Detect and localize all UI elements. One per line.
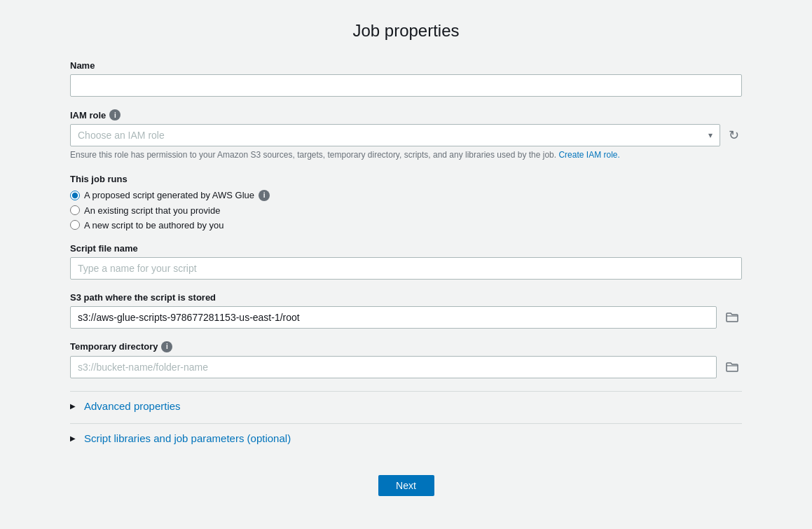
iam-role-select[interactable]: Choose an IAM role	[70, 124, 720, 146]
radio-new-script-label[interactable]: A new script to be authored by you	[84, 220, 223, 231]
advanced-properties-title: Advanced properties	[84, 400, 181, 412]
radio-option-new-script: A new script to be authored by you	[70, 220, 742, 231]
script-libraries-title: Script libraries and job parameters (opt…	[84, 432, 291, 444]
iam-role-select-wrapper: Choose an IAM role ▾ ↻	[70, 124, 742, 146]
radio-existing-script[interactable]	[70, 205, 80, 215]
temporary-directory-info-icon[interactable]: i	[161, 341, 172, 352]
temporary-directory-label: Temporary directory i	[70, 341, 742, 352]
script-libraries-toggle[interactable]: ▶ Script libraries and job parameters (o…	[70, 423, 742, 453]
this-job-runs-label: This job runs	[70, 174, 742, 184]
radio-existing-script-label[interactable]: An existing script that you provide	[84, 205, 220, 216]
next-button-container: Next	[70, 475, 742, 496]
s3-path-browse-button[interactable]	[722, 308, 742, 327]
advanced-properties-section: ▶ Advanced properties	[70, 391, 742, 420]
script-file-name-group: Script file name	[70, 243, 742, 280]
name-input[interactable]	[70, 74, 742, 97]
job-properties-form: Name IAM role i Choose an IAM role ▾ ↻ E…	[70, 60, 742, 496]
script-file-name-input[interactable]	[70, 257, 742, 280]
radio-proposed-script[interactable]	[70, 191, 80, 200]
name-label: Name	[70, 60, 742, 71]
s3-path-label: S3 path where the script is stored	[70, 292, 742, 303]
proposed-script-info-icon[interactable]: i	[259, 190, 270, 201]
s3-path-input-wrapper	[70, 306, 742, 329]
script-libraries-chevron-icon: ▶	[70, 434, 78, 442]
s3-path-input[interactable]	[70, 306, 717, 329]
radio-proposed-script-label[interactable]: A proposed script generated by AWS Glue	[84, 190, 254, 200]
temporary-directory-input-wrapper	[70, 356, 742, 378]
this-job-runs-group: This job runs A proposed script generate…	[70, 174, 742, 231]
temporary-directory-group: Temporary directory i	[70, 341, 742, 378]
iam-role-info-icon[interactable]: i	[109, 109, 121, 121]
s3-path-group: S3 path where the script is stored	[70, 292, 742, 329]
iam-role-help-text: Ensure this role has permission to your …	[70, 149, 742, 161]
create-iam-role-link[interactable]: Create IAM role.	[558, 150, 619, 160]
next-button[interactable]: Next	[378, 475, 434, 496]
advanced-properties-chevron-icon: ▶	[70, 402, 78, 410]
temporary-directory-input[interactable]	[70, 356, 717, 378]
page-title: Job properties	[70, 21, 742, 41]
refresh-iam-role-button[interactable]: ↻	[726, 125, 742, 146]
temporary-directory-browse-button[interactable]	[722, 357, 742, 377]
name-field-group: Name	[70, 60, 742, 97]
iam-role-label: IAM role i	[70, 109, 742, 121]
script-libraries-section: ▶ Script libraries and job parameters (o…	[70, 423, 742, 453]
radio-new-script[interactable]	[70, 220, 80, 230]
radio-option-existing-script: An existing script that you provide	[70, 205, 742, 216]
radio-option-proposed-script: A proposed script generated by AWS Glue …	[70, 190, 742, 201]
script-file-name-label: Script file name	[70, 243, 742, 254]
iam-role-field-group: IAM role i Choose an IAM role ▾ ↻ Ensure…	[70, 109, 742, 161]
advanced-properties-toggle[interactable]: ▶ Advanced properties	[70, 391, 742, 420]
